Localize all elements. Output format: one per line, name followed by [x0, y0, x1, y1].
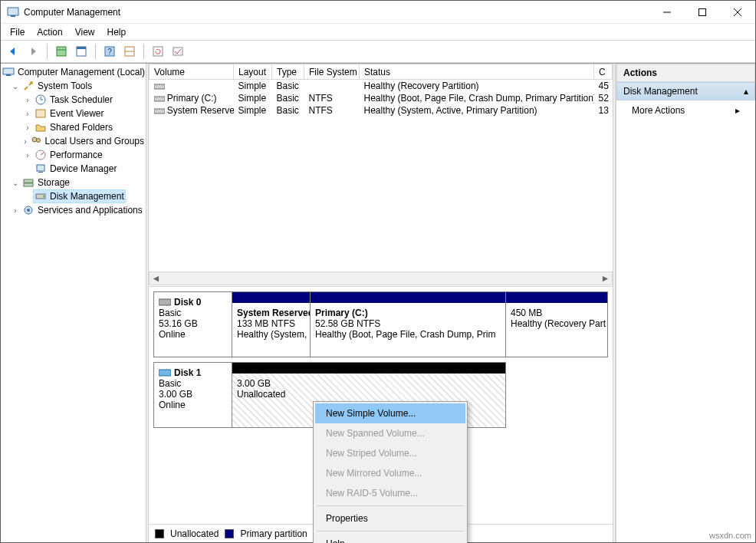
col-filesystem[interactable]: File System: [304, 64, 360, 80]
toolbar-button-5[interactable]: [120, 42, 139, 61]
tree-disk-management[interactable]: Disk Management: [1, 189, 146, 203]
actions-section-label: Disk Management: [623, 86, 698, 97]
chevron-right-icon[interactable]: ›: [22, 137, 28, 146]
actions-section[interactable]: Disk Management ▴: [616, 82, 755, 100]
cell: Basic: [272, 92, 304, 104]
chevron-down-icon[interactable]: ⌄: [10, 82, 21, 90]
tree-root[interactable]: Computer Management (Local): [1, 65, 146, 79]
toolbar-divider-2: [95, 44, 96, 59]
menu-new-mirrored-volume: New Mirrored Volume...: [315, 463, 465, 483]
svg-rect-0: [8, 8, 18, 15]
collapse-icon: ▴: [744, 86, 748, 97]
cell: 45: [594, 80, 613, 93]
disk-header-0[interactable]: Disk 0 Basic 53.16 GB Online: [154, 292, 232, 357]
volume-icon: [154, 107, 165, 115]
table-row[interactable]: System Reserved Simple Basic NTFS Health…: [150, 104, 613, 117]
menu-new-simple-volume[interactable]: New Simple Volume...: [315, 403, 465, 423]
svg-point-36: [27, 209, 30, 212]
tree-storage[interactable]: ⌄ Storage: [1, 176, 146, 189]
menu-action[interactable]: Action: [31, 25, 68, 39]
chevron-right-icon[interactable]: ›: [22, 151, 33, 160]
forward-button[interactable]: [24, 42, 42, 61]
menu-file[interactable]: File: [4, 25, 31, 39]
chevron-right-icon: ▸: [735, 105, 740, 116]
cell: 52: [594, 92, 613, 104]
horizontal-scrollbar[interactable]: ◄ ►: [149, 272, 613, 285]
cell: System Reserved: [167, 105, 234, 116]
menu-new-striped-volume: New Striped Volume...: [315, 443, 465, 463]
tree-label: Device Manager: [50, 163, 117, 174]
tree-shared-folders[interactable]: › Shared Folders: [1, 120, 146, 134]
app-icon: [7, 6, 19, 18]
disk-type: Basic: [159, 378, 227, 389]
cell: NTFS: [304, 92, 360, 104]
col-volume[interactable]: Volume: [150, 64, 234, 80]
disk-icon: [35, 190, 47, 202]
disk-icon: [159, 369, 171, 377]
partition-recovery[interactable]: 450 MB Healthy (Recovery Part: [506, 292, 607, 357]
minimize-button[interactable]: [649, 1, 685, 24]
partition-status: Healthy (Boot, Page File, Crash Dump, Pr…: [315, 329, 501, 340]
svg-rect-30: [38, 172, 43, 173]
svg-rect-41: [159, 370, 171, 376]
help-button[interactable]: ?: [100, 42, 119, 61]
disk-size: 3.00 GB: [159, 389, 227, 400]
menu-help[interactable]: Help: [315, 534, 465, 543]
menu-separator: [317, 505, 464, 506]
scroll-left-icon[interactable]: ◄: [150, 272, 163, 285]
tree-label: Performance: [50, 150, 103, 160]
chevron-right-icon[interactable]: ›: [22, 110, 33, 118]
svg-line-28: [41, 153, 44, 155]
scroll-right-icon[interactable]: ►: [599, 272, 612, 285]
partition-system-reserved[interactable]: System Reserved 133 MB NTFS Healthy (Sys…: [232, 292, 311, 357]
cell: Simple: [234, 104, 272, 117]
show-hide-tree-button[interactable]: [52, 42, 71, 61]
disk-state: Online: [159, 329, 227, 340]
chevron-right-icon[interactable]: ›: [10, 206, 21, 215]
disk-header-1[interactable]: Disk 1 Basic 3.00 GB Online: [154, 363, 232, 427]
col-c[interactable]: C: [594, 64, 613, 80]
tree-task-scheduler[interactable]: › Task Scheduler: [1, 93, 146, 107]
chevron-right-icon[interactable]: ›: [22, 96, 33, 104]
tree-root-label: Computer Management (Local): [18, 67, 145, 77]
svg-rect-19: [6, 74, 11, 76]
actions-header: Actions: [616, 64, 755, 82]
partition-size: 450 MB: [511, 308, 603, 318]
partition-status: Healthy (Recovery Part: [511, 318, 603, 329]
more-actions-link[interactable]: More Actions ▸: [616, 100, 755, 120]
svg-marker-6: [10, 48, 15, 55]
close-button[interactable]: [720, 1, 755, 24]
legend-swatch-primary: [225, 529, 234, 538]
actions-panel: Actions Disk Management ▴ More Actions ▸: [616, 64, 755, 542]
refresh-button[interactable]: [149, 42, 167, 61]
tree-local-users[interactable]: › Local Users and Groups: [1, 134, 146, 148]
cell: Simple: [234, 80, 272, 93]
back-button[interactable]: [4, 42, 22, 61]
chevron-down-icon[interactable]: ⌄: [10, 179, 21, 187]
partition-primary-c[interactable]: Primary (C:) 52.58 GB NTFS Healthy (Boot…: [311, 292, 506, 357]
table-row[interactable]: Simple Basic Healthy (Recovery Partition…: [150, 80, 613, 93]
menu-help[interactable]: Help: [101, 25, 133, 39]
cell: Healthy (System, Active, Primary Partiti…: [360, 104, 594, 117]
col-status[interactable]: Status: [360, 64, 594, 80]
col-layout[interactable]: Layout: [234, 64, 272, 80]
tree-label: Storage: [38, 177, 70, 188]
maximize-button[interactable]: [685, 1, 720, 24]
titlebar[interactable]: Computer Management: [1, 1, 755, 24]
tree-performance[interactable]: › Performance: [1, 148, 146, 162]
tree-event-viewer[interactable]: › Event Viewer: [1, 107, 146, 120]
table-row[interactable]: Primary (C:) Simple Basic NTFS Healthy (…: [150, 92, 613, 104]
svg-marker-7: [31, 48, 36, 55]
tree-device-manager[interactable]: Device Manager: [1, 162, 146, 176]
toolbar-button-7[interactable]: [169, 42, 187, 61]
disk-name: Disk 1: [174, 367, 201, 378]
menu-separator: [317, 531, 464, 531]
col-type[interactable]: Type: [272, 64, 304, 80]
properties-button[interactable]: [72, 42, 90, 61]
menu-properties[interactable]: Properties: [315, 508, 465, 528]
tree-system-tools[interactable]: ⌄ System Tools: [1, 79, 146, 93]
tree-services-apps[interactable]: › Services and Applications: [1, 203, 146, 217]
menu-view[interactable]: View: [69, 25, 101, 39]
chevron-right-icon[interactable]: ›: [22, 123, 33, 132]
volume-icon: [154, 95, 165, 103]
